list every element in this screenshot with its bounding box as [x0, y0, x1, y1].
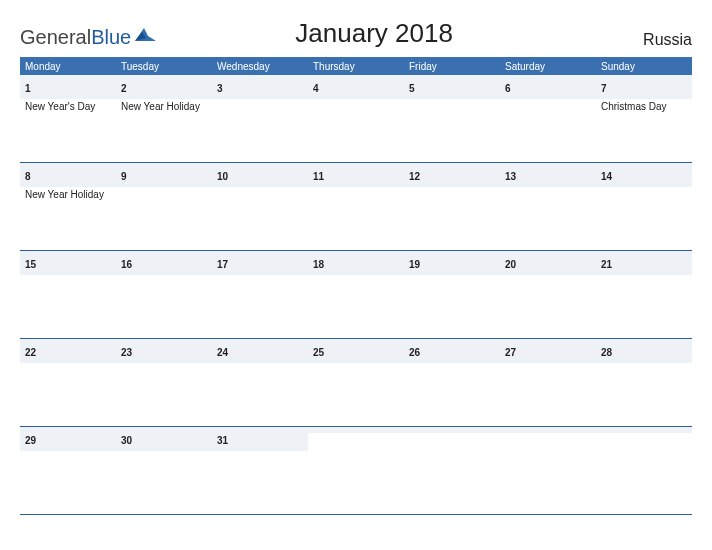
calendar-week: 8New Year Holiday91011121314	[20, 163, 692, 251]
day-number: 1	[25, 83, 31, 94]
calendar-grid: 1New Year's Day2New Year Holiday34567Chr…	[20, 75, 692, 515]
calendar-title: January 2018	[156, 18, 592, 49]
logo-icon	[134, 26, 156, 49]
day-number: 29	[25, 435, 36, 446]
day-number: 4	[313, 83, 319, 94]
weekday-label: Wednesday	[212, 57, 308, 75]
header: GeneralBlue January 2018 Russia	[20, 18, 692, 49]
calendar-day	[500, 427, 596, 514]
calendar-day: 9	[116, 163, 212, 250]
day-number: 21	[601, 259, 612, 270]
day-number: 28	[601, 347, 612, 358]
day-number: 2	[121, 83, 127, 94]
day-event: New Year Holiday	[121, 101, 207, 113]
day-number: 3	[217, 83, 223, 94]
day-number: 8	[25, 171, 31, 182]
day-number: 9	[121, 171, 127, 182]
calendar-day: 25	[308, 339, 404, 426]
day-number: 11	[313, 171, 324, 182]
day-number: 27	[505, 347, 516, 358]
day-number: 6	[505, 83, 511, 94]
calendar-day: 1New Year's Day	[20, 75, 116, 162]
day-number: 23	[121, 347, 132, 358]
calendar-day: 21	[596, 251, 692, 338]
calendar-day: 5	[404, 75, 500, 162]
calendar-day: 2New Year Holiday	[116, 75, 212, 162]
calendar-day: 14	[596, 163, 692, 250]
day-number: 30	[121, 435, 132, 446]
brand-part1: General	[20, 26, 91, 49]
day-number: 25	[313, 347, 324, 358]
day-number: 14	[601, 171, 612, 182]
calendar-day	[596, 427, 692, 514]
day-number: 18	[313, 259, 324, 270]
calendar-day: 18	[308, 251, 404, 338]
calendar-day: 30	[116, 427, 212, 514]
day-number: 7	[601, 83, 607, 94]
calendar-day	[404, 427, 500, 514]
day-number: 13	[505, 171, 516, 182]
calendar-day: 15	[20, 251, 116, 338]
day-event: New Year Holiday	[25, 189, 111, 201]
country-label: Russia	[592, 31, 692, 49]
day-number: 24	[217, 347, 228, 358]
day-number: 15	[25, 259, 36, 270]
day-number: 19	[409, 259, 420, 270]
day-number: 17	[217, 259, 228, 270]
calendar-day: 7Christmas Day	[596, 75, 692, 162]
calendar-week: 22232425262728	[20, 339, 692, 427]
weekday-label: Tuesday	[116, 57, 212, 75]
calendar-day: 28	[596, 339, 692, 426]
calendar-day: 20	[500, 251, 596, 338]
calendar-day: 12	[404, 163, 500, 250]
calendar-day: 26	[404, 339, 500, 426]
weekday-label: Monday	[20, 57, 116, 75]
day-number: 10	[217, 171, 228, 182]
calendar-day: 31	[212, 427, 308, 514]
weekday-label: Saturday	[500, 57, 596, 75]
calendar-day: 3	[212, 75, 308, 162]
day-event: Christmas Day	[601, 101, 687, 113]
calendar-day: 6	[500, 75, 596, 162]
calendar-day: 22	[20, 339, 116, 426]
weekday-label: Sunday	[596, 57, 692, 75]
brand-logo: GeneralBlue	[20, 26, 156, 49]
calendar-day: 27	[500, 339, 596, 426]
day-number: 5	[409, 83, 415, 94]
day-number: 12	[409, 171, 420, 182]
weekday-label: Thursday	[308, 57, 404, 75]
day-number: 22	[25, 347, 36, 358]
calendar-day: 29	[20, 427, 116, 514]
calendar-day: 10	[212, 163, 308, 250]
calendar-day: 19	[404, 251, 500, 338]
calendar-day: 24	[212, 339, 308, 426]
day-number: 31	[217, 435, 228, 446]
day-number: 20	[505, 259, 516, 270]
calendar-day: 11	[308, 163, 404, 250]
day-event: New Year's Day	[25, 101, 111, 113]
calendar-day	[308, 427, 404, 514]
calendar-day: 8New Year Holiday	[20, 163, 116, 250]
weekday-label: Friday	[404, 57, 500, 75]
calendar-week: 1New Year's Day2New Year Holiday34567Chr…	[20, 75, 692, 163]
calendar-day: 13	[500, 163, 596, 250]
calendar-week: 15161718192021	[20, 251, 692, 339]
brand-part2: Blue	[91, 26, 131, 49]
weekday-header: Monday Tuesday Wednesday Thursday Friday…	[20, 57, 692, 75]
day-number: 26	[409, 347, 420, 358]
day-number: 16	[121, 259, 132, 270]
calendar-day: 16	[116, 251, 212, 338]
calendar-day: 17	[212, 251, 308, 338]
calendar-day: 23	[116, 339, 212, 426]
calendar-day: 4	[308, 75, 404, 162]
calendar-week: 293031	[20, 427, 692, 515]
